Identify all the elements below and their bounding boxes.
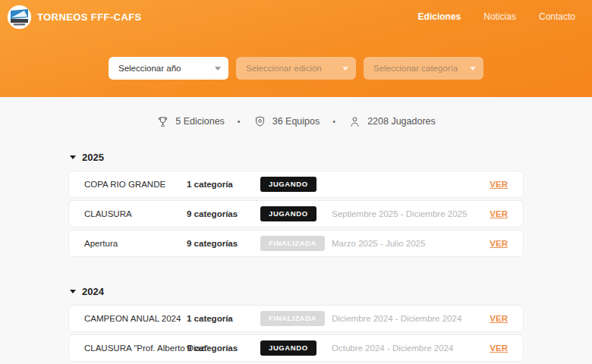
status-badge: FINALIZADA <box>260 311 325 326</box>
trophy-icon <box>156 115 169 128</box>
stat-ediciones: 5 Ediciones <box>156 115 225 128</box>
stat-label: 2208 Jugadores <box>367 116 436 127</box>
table-row: COPA RIO GRANDE 1 categoría JUGANDO VER <box>68 171 524 198</box>
editions-list: 2025 COPA RIO GRANDE 1 categoría JUGANDO… <box>68 152 524 362</box>
chevron-down-icon <box>342 67 348 71</box>
status-badge: JUGANDO <box>260 206 316 221</box>
stat-jugadores: 2208 Jugadores <box>348 115 436 128</box>
edition-name: Apertura <box>84 239 187 248</box>
app-title: TORNEOS FFF-CAFS <box>37 11 142 23</box>
table-row: CLAUSURA 9 categorías JUGANDO Septiembre… <box>68 200 524 228</box>
chevron-down-icon <box>70 155 76 159</box>
year-select[interactable]: Seleccionar año <box>109 57 228 80</box>
club-logo-icon <box>8 5 31 29</box>
dot-separator: • <box>238 117 241 126</box>
status-badge: JUGANDO <box>260 177 316 192</box>
stat-equipos: 36 Equipos <box>253 115 320 128</box>
status-badge: JUGANDO <box>260 340 316 356</box>
nav-item-noticias[interactable]: Noticias <box>483 11 516 22</box>
edition-dates: Septiembre 2025 - Diciembre 2025 <box>332 209 482 218</box>
ver-link[interactable]: VER <box>490 239 508 248</box>
edition-categories: 1 categoría <box>187 180 260 189</box>
year-label: 2025 <box>82 152 104 163</box>
shield-icon <box>253 115 266 128</box>
edition-name: CAMPEON ANUAL 2024 <box>84 314 187 323</box>
chevron-down-icon <box>215 67 221 71</box>
edition-name: COPA RIO GRANDE <box>84 180 187 189</box>
edition-dates: Octubre 2024 - Diciembre 2024 <box>332 344 482 353</box>
brand[interactable]: TORNEOS FFF-CAFS <box>8 5 142 29</box>
edition-categories: 9 categorías <box>187 209 260 218</box>
edition-select-value: Seleccionar edición <box>246 64 342 73</box>
chevron-down-icon <box>70 290 76 293</box>
edition-name: CLAUSURA <box>84 209 187 218</box>
status-badge: FINALIZADA <box>260 236 325 251</box>
ver-link[interactable]: VER <box>490 209 508 218</box>
category-select-value: Seleccionar categoría <box>373 64 470 73</box>
dot-separator: • <box>332 117 335 126</box>
header: TORNEOS FFF-CAFS Ediciones Noticias Cont… <box>0 0 592 97</box>
edition-categories: 1 categoría <box>187 314 260 323</box>
stat-label: 5 Ediciones <box>175 116 225 127</box>
nav-item-contacto[interactable]: Contacto <box>539 11 575 22</box>
main-nav: Ediciones Noticias Contacto <box>418 11 575 22</box>
filter-bar: Seleccionar año Seleccionar edición Sele… <box>0 57 592 80</box>
table-row: CAMPEON ANUAL 2024 1 categoría FINALIZAD… <box>68 305 524 332</box>
stat-label: 36 Equipos <box>272 116 320 127</box>
edition-dates: Marzo 2025 - Julio 2025 <box>332 239 482 248</box>
category-select[interactable]: Seleccionar categoría <box>364 57 483 80</box>
edition-dates: Diciembre 2024 - Diciembre 2024 <box>332 314 482 323</box>
edition-name: CLAUSURA "Prof. Alberto Diaz" <box>84 344 187 353</box>
year-select-value: Seleccionar año <box>118 64 215 73</box>
person-icon <box>348 115 361 128</box>
chevron-down-icon <box>470 67 476 71</box>
table-row: Apertura 9 categorías FINALIZADA Marzo 2… <box>68 230 524 257</box>
year-label: 2024 <box>82 286 104 297</box>
year-group-2024[interactable]: 2024 <box>70 286 524 297</box>
stats-bar: 5 Ediciones • 36 Equipos • 2208 Jugadore… <box>0 111 592 131</box>
ver-link[interactable]: VER <box>490 344 508 353</box>
ver-link[interactable]: VER <box>490 180 508 189</box>
table-row: CLAUSURA "Prof. Alberto Diaz" 9 categorí… <box>68 334 524 362</box>
edition-categories: 9 categorías <box>187 239 260 248</box>
year-group-2025[interactable]: 2025 <box>70 152 524 163</box>
nav-item-ediciones[interactable]: Ediciones <box>418 11 461 22</box>
ver-link[interactable]: VER <box>490 314 508 323</box>
edition-categories: 9 categorías <box>187 344 260 353</box>
edition-select[interactable]: Seleccionar edición <box>236 57 356 80</box>
navbar: TORNEOS FFF-CAFS Ediciones Noticias Cont… <box>0 0 592 33</box>
